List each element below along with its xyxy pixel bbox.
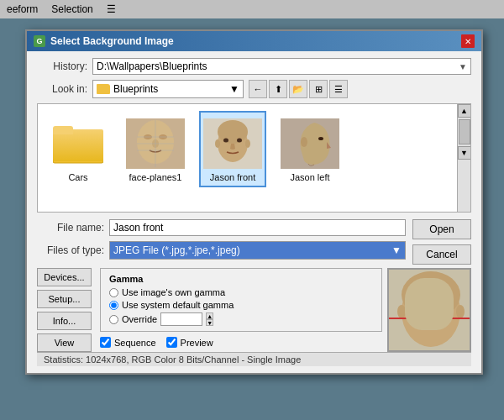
file-item-jason-front[interactable]: Jason front xyxy=(199,111,266,187)
svg-point-29 xyxy=(397,305,406,318)
cancel-button[interactable]: Cancel xyxy=(412,244,471,265)
gamma-title: Gamma xyxy=(109,274,373,284)
folder-icon xyxy=(97,84,110,94)
gamma-override-radio[interactable] xyxy=(109,315,118,324)
status-text: Statistics: 1024x768, RGB Color 8 Bits/C… xyxy=(44,354,301,365)
history-row: History: D:\Wallpapers\Blueprints ▼ xyxy=(37,58,471,75)
file-browser: Cars Cars xyxy=(37,103,471,213)
scroll-down-button[interactable]: ▼ xyxy=(458,146,471,160)
svg-point-27 xyxy=(415,302,423,308)
devices-button[interactable]: Devices... xyxy=(37,268,92,286)
view-button[interactable]: View xyxy=(37,333,92,352)
new-folder-button[interactable]: 📂 xyxy=(289,80,307,98)
lookin-row: Look in: Blueprints ▼ ← ⬆ 📂 ⊞ ☰ xyxy=(37,80,471,98)
gamma-spinner: ▲ ▼ xyxy=(206,312,213,326)
svg-rect-1 xyxy=(53,129,71,139)
svg-rect-0 xyxy=(53,133,103,163)
file-item-face-planes1[interactable]: face-planes1 xyxy=(122,111,189,187)
bottom-section: Devices... Setup... Info... View Gamma U… xyxy=(37,268,471,352)
filetype-label: Files of type: xyxy=(37,244,104,256)
gamma-box: Gamma Use image's own gamma Use system d… xyxy=(100,268,382,332)
menu-selection[interactable]: Selection xyxy=(51,3,92,15)
dialog-title: Select Background Image xyxy=(50,35,174,47)
cars-folder-icon: Cars xyxy=(53,123,103,165)
svg-point-20 xyxy=(245,139,250,148)
close-button[interactable]: ✕ xyxy=(461,34,475,48)
form-area: File name: Files of type: JPEG File (*.j… xyxy=(37,219,471,265)
up-button[interactable]: ⬆ xyxy=(269,80,287,98)
lookin-dropdown-arrow: ▼ xyxy=(229,83,239,95)
face-planes-thumbnail xyxy=(126,116,185,171)
scrollbar: ▲ ▼ xyxy=(457,104,470,212)
history-combo[interactable]: D:\Wallpapers\Blueprints ▼ xyxy=(92,58,471,75)
svg-rect-2 xyxy=(55,138,102,141)
svg-point-26 xyxy=(402,271,460,318)
file-item-jason-left[interactable]: Jason left xyxy=(276,111,344,187)
preview-box xyxy=(387,268,471,352)
extra-view-button[interactable]: ☰ xyxy=(329,80,348,98)
jason-left-thumbnail xyxy=(281,116,339,171)
form-left: File name: Files of type: JPEG File (*.j… xyxy=(37,219,406,265)
jason-front-label: Jason front xyxy=(210,172,255,182)
status-bar: Statistics: 1024x768, RGB Color 8 Bits/C… xyxy=(37,352,471,366)
dialog-titlebar: G Select Background Image ✕ xyxy=(27,31,481,51)
svg-text:Cars: Cars xyxy=(70,150,87,158)
lookin-combo[interactable]: Blueprints ▼ xyxy=(92,80,244,98)
svg-point-23 xyxy=(318,137,323,140)
svg-point-16 xyxy=(218,120,248,144)
form-right: Open Cancel xyxy=(412,219,471,265)
preview-label: Preview xyxy=(181,338,213,348)
spinner-up[interactable]: ▲ xyxy=(206,312,213,319)
dialog-title-icon: G xyxy=(34,35,45,47)
file-item-cars[interactable]: Cars Cars xyxy=(45,111,112,187)
checkbox-row: Sequence Preview xyxy=(100,337,382,348)
menu-icon[interactable]: ☰ xyxy=(107,3,116,15)
sequence-label: Sequence xyxy=(114,338,156,348)
gamma-override-label: Override xyxy=(122,314,157,324)
svg-point-28 xyxy=(438,302,447,308)
preview-checkbox-item: Preview xyxy=(166,337,213,348)
svg-point-18 xyxy=(237,138,242,142)
titlebar-left: G Select Background Image xyxy=(34,35,174,47)
info-button[interactable]: Info... xyxy=(37,312,92,330)
filename-input[interactable] xyxy=(109,219,406,236)
toolbar-icons: ← ⬆ 📂 ⊞ ☰ xyxy=(249,80,348,98)
sequence-checkbox[interactable] xyxy=(100,337,111,348)
cars-label: Cars xyxy=(68,172,87,182)
select-background-dialog: G Select Background Image ✕ History: D:\… xyxy=(25,29,483,375)
scroll-thumb[interactable] xyxy=(459,119,470,144)
gamma-option-1-row: Use image's own gamma xyxy=(109,287,373,297)
svg-point-30 xyxy=(456,305,465,318)
gamma-system-radio[interactable] xyxy=(109,301,118,310)
open-button[interactable]: Open xyxy=(412,219,471,239)
filetype-select[interactable]: JPEG File (*.jpg,*.jpe,*.jpeg) ▼ xyxy=(109,241,406,260)
setup-button[interactable]: Setup... xyxy=(37,290,92,308)
filetype-value: JPEG File (*.jpg,*.jpe,*.jpeg) xyxy=(113,244,240,256)
gamma-own-radio[interactable] xyxy=(109,288,118,297)
filename-label: File name: xyxy=(37,222,104,234)
jason-front-thumbnail xyxy=(203,116,262,171)
svg-point-17 xyxy=(223,138,228,142)
svg-point-19 xyxy=(215,139,220,148)
file-browser-main: Cars Cars xyxy=(38,104,457,212)
dialog-body: History: D:\Wallpapers\Blueprints ▼ Look… xyxy=(27,51,481,373)
history-value: D:\Wallpapers\Blueprints xyxy=(97,60,207,72)
filetype-arrow: ▼ xyxy=(391,244,402,256)
filename-row: File name: xyxy=(37,219,406,236)
menu-eeform[interactable]: eeform xyxy=(7,3,38,15)
preview-checkbox[interactable] xyxy=(166,337,177,348)
spinner-down[interactable]: ▼ xyxy=(206,319,213,326)
history-label: History: xyxy=(37,60,87,72)
back-button[interactable]: ← xyxy=(249,80,267,98)
cars-thumbnail: Cars xyxy=(49,116,108,171)
side-buttons: Devices... Setup... Info... View xyxy=(37,268,92,352)
lookin-value: Blueprints xyxy=(113,83,226,95)
view-toggle-button[interactable]: ⊞ xyxy=(309,80,328,98)
face-planes-label: face-planes1 xyxy=(129,172,182,182)
sequence-checkbox-item: Sequence xyxy=(100,337,156,348)
gamma-override-input[interactable] xyxy=(160,312,202,326)
scroll-up-button[interactable]: ▲ xyxy=(458,104,471,118)
preview-face xyxy=(389,270,470,350)
menubar: eeform Selection ☰ xyxy=(0,0,504,18)
gamma-own-label: Use image's own gamma xyxy=(122,287,225,297)
